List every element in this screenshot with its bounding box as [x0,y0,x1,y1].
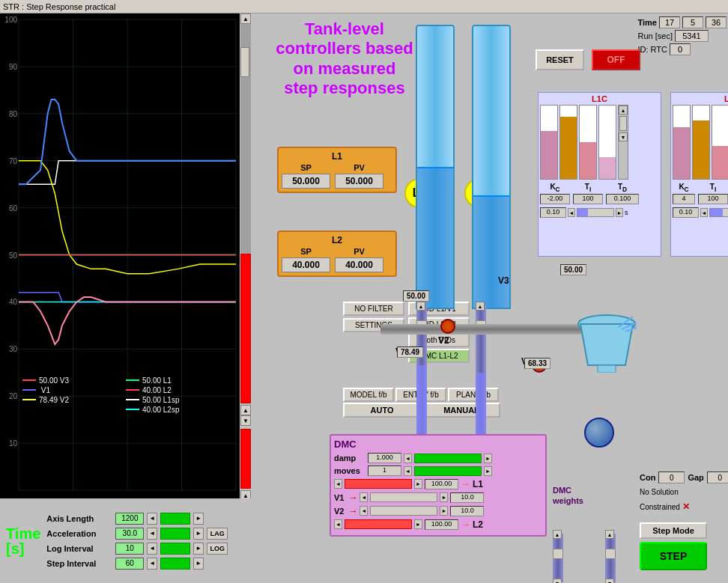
wv1-value[interactable]: 10.0 [450,492,484,503]
plant-fb-btn[interactable]: PLANT f/b [448,388,499,402]
log-left-btn[interactable]: ◄ [147,543,157,555]
auto-btn[interactable]: AUTO [343,403,421,418]
wv1-right-btn[interactable]: ► [440,492,448,502]
v3-top-label: V3 [498,275,509,286]
log-right-btn[interactable]: ► [193,543,204,555]
l1-sp-value[interactable]: 50.000 [282,174,330,189]
log-bar [160,543,190,555]
l1-pv-label: PV [354,163,365,172]
l2c-kc2-val[interactable]: 0.10 [673,207,699,218]
l1c-kc2-right[interactable]: ► [616,208,623,217]
v2-bot-dn-btn[interactable]: ▼ [553,579,562,583]
l1c-td-val[interactable]: 0.100 [606,194,639,204]
time-hour[interactable]: 17 [659,16,680,28]
step-btn[interactable]: STEP [640,542,707,570]
l1c-kc2-val[interactable]: 0.10 [540,207,566,218]
wl2-right-btn[interactable]: ► [414,519,422,529]
tank2-cylinder [472,25,511,309]
l2c-kc2-left[interactable]: ◄ [700,208,708,217]
l2c-ti-val[interactable]: 100 [698,194,728,204]
time-min[interactable]: 5 [682,16,703,28]
damp-right-btn[interactable]: ► [484,454,492,463]
no-filter-btn[interactable]: NO FILTER [343,302,404,316]
l1c-bar3-fill [580,142,596,179]
l2-pv-col: PV 40.000 [335,247,383,272]
l2c-kc-val[interactable]: 4 [673,194,695,204]
dmc-moves-row: moves 1 ◄ ► [334,466,542,476]
l1c-vscroll-thumb[interactable] [619,116,627,131]
gap-value[interactable]: 0 [707,471,728,483]
axis-length-input[interactable] [115,513,144,525]
l1c-kc-val[interactable]: -2.00 [540,194,570,204]
wl1-left-btn[interactable]: ◄ [334,479,342,489]
model-fb-btn[interactable]: MODEL f/b [343,388,394,402]
l2-pv-value[interactable]: 40.000 [335,257,383,272]
l1c-bar4-track [598,105,616,180]
v2-valve[interactable] [440,319,455,334]
lag-btn[interactable]: LAG [207,528,228,540]
damp-value[interactable]: 1.000 [368,453,401,463]
id-value[interactable]: 0 [670,43,691,55]
time-row: Time 17 5 36 [638,16,727,28]
l1c-vscroll-dn[interactable]: ▼ [619,132,628,141]
dmc-wl2-row: ◄ ► 100.00 → L2 [334,519,542,530]
scroll-mid-btn[interactable]: ▲ [240,405,251,415]
reset-btn[interactable]: RESET [536,49,584,70]
l2c-bar3-fill [712,146,728,179]
l1-title: L1 [282,151,392,162]
v1-bot-dn-btn[interactable]: ▼ [605,579,614,583]
manual-btn[interactable]: MANUAL [422,403,500,418]
v1-bot-up-btn[interactable]: ▲ [605,530,614,539]
l1c-vscroll: ▲ ▼ [618,105,628,180]
v3r-up-btn[interactable]: ▲ [476,302,485,311]
v3-up-btn[interactable]: ▲ [416,302,425,311]
log-input[interactable] [115,543,144,555]
step-input[interactable] [115,558,144,570]
l1c-vscroll-up[interactable]: ▲ [619,106,628,115]
scroll-up-btn[interactable]: ▲ [240,13,251,24]
wl2-left-btn[interactable]: ◄ [334,519,342,529]
v1-bot-thumb[interactable] [605,549,616,559]
step-bar [160,558,190,570]
log-btn[interactable]: LOG [207,543,228,555]
svg-rect-2 [598,365,616,373]
step-right-btn[interactable]: ► [193,558,204,570]
time-sec[interactable]: 36 [706,16,727,28]
step-left-btn[interactable]: ◄ [147,558,157,570]
accel-left-btn[interactable]: ◄ [147,528,157,540]
wl2-value[interactable]: 100.00 [425,519,458,530]
tank1-level [417,167,453,308]
wv2-right-btn[interactable]: ► [440,506,448,516]
wv1-left-btn[interactable]: ◄ [360,492,368,502]
con-value[interactable]: 0 [658,471,685,483]
wv2-value[interactable]: 10.0 [450,506,484,516]
l1-pv-value[interactable]: 50.000 [335,174,383,189]
tank-title: Tank-level controllers based on measured… [262,19,427,99]
scroll-down-btn[interactable]: ▼ [240,415,251,426]
scroll-thumb[interactable] [240,47,249,77]
l1c-ti-val[interactable]: 100 [573,194,603,204]
accel-right-btn[interactable]: ► [193,528,204,540]
off-btn[interactable]: OFF [592,49,640,70]
l2-sp-value[interactable]: 40.000 [282,257,330,272]
l2c-title: L2C [673,94,728,103]
wv2-left-btn[interactable]: ◄ [360,506,368,516]
l1c-kc2-left[interactable]: ◄ [568,208,575,217]
v3-scroll: ▲ [416,302,425,311]
wl1-right-btn[interactable]: ► [414,479,422,489]
step-mode-btn[interactable]: Step Mode [640,522,707,539]
v1-bot-slider [605,534,616,582]
wv1-bar [370,492,437,502]
v2-bot-up-btn[interactable]: ▲ [553,530,562,539]
moves-value[interactable]: 1 [368,466,401,476]
moves-left-btn[interactable]: ◄ [404,466,412,476]
axis-right-btn[interactable]: ► [193,513,204,525]
accel-input[interactable] [115,528,144,540]
gap-label: Gap [688,473,703,482]
damp-left-btn[interactable]: ◄ [404,454,412,463]
axis-left-btn[interactable]: ◄ [147,513,157,525]
wl1-value[interactable]: 100.00 [425,479,458,489]
run-value[interactable]: 5341 [675,30,709,42]
v2-bot-thumb[interactable] [553,549,563,559]
moves-right-btn[interactable]: ► [484,466,492,476]
